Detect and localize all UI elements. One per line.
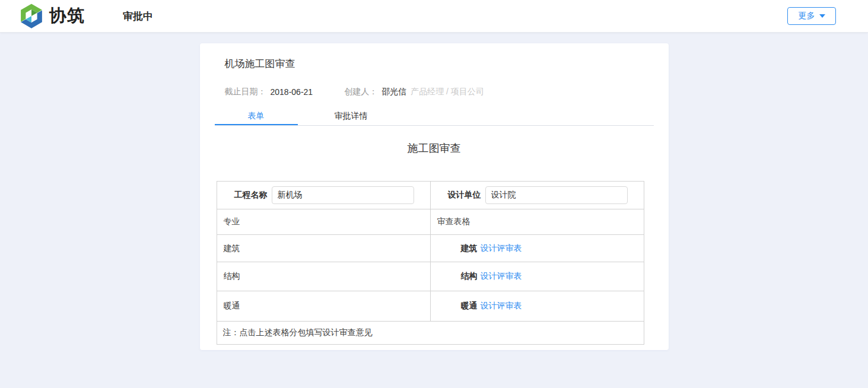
more-button-label: 更多 <box>799 11 815 21</box>
project-name-label: 工程名称 <box>234 190 268 201</box>
main-content: 机场施工图审查 截止日期： 2018-06-21 创建人： 邵光信 产品经理 /… <box>0 33 868 388</box>
page-title: 审批中 <box>123 9 153 23</box>
table-row-hvac: 暖通 暖通设计评审表 <box>217 291 644 322</box>
design-review-link[interactable]: 设计评审表 <box>481 243 522 253</box>
project-name-input[interactable] <box>272 186 414 204</box>
creator-label: 创建人： <box>344 87 377 97</box>
approval-title: 机场施工图审查 <box>200 43 669 70</box>
design-review-link[interactable]: 设计评审表 <box>481 301 522 310</box>
review-table: 工程名称 设计单位 专业 审查表格 建筑 建筑设计评审表 <box>217 181 644 345</box>
table-header-row: 专业 审查表格 <box>217 209 644 235</box>
column-header-review-form: 审查表格 <box>430 209 644 235</box>
deadline-label: 截止日期： <box>225 87 266 97</box>
project-name-field: 工程名称 <box>217 186 430 204</box>
approval-card: 机场施工图审查 截止日期： 2018-06-21 创建人： 邵光信 产品经理 /… <box>200 43 669 350</box>
approval-meta: 截止日期： 2018-06-21 创建人： 邵光信 产品经理 / 项目公司 <box>225 86 669 98</box>
brand-name: 协筑 <box>49 4 85 28</box>
form-name: 建筑 <box>461 243 478 253</box>
form-name: 结构 <box>461 271 478 281</box>
form-title: 施工图审查 <box>200 141 669 156</box>
table-row-structure: 结构 结构设计评审表 <box>217 262 644 291</box>
brand-logo-icon <box>18 3 45 29</box>
creator-role: 产品经理 / 项目公司 <box>411 87 484 97</box>
design-review-link[interactable]: 设计评审表 <box>481 271 522 281</box>
app-header: 协筑 审批中 更多 <box>0 0 868 33</box>
tab-bar: 表单 审批详情 <box>215 107 654 126</box>
design-unit-field: 设计单位 <box>431 186 644 204</box>
brand: 协筑 <box>18 3 85 29</box>
creator-name: 邵光信 <box>381 87 406 97</box>
table-note-row: 注：点击上述表格分包填写设计审查意见 <box>217 322 644 345</box>
design-unit-input[interactable] <box>485 186 628 204</box>
note-text: 注：点击上述表格分包填写设计审查意见 <box>217 322 644 345</box>
form-name: 暖通 <box>461 301 478 310</box>
table-row-architecture: 建筑 建筑设计评审表 <box>217 235 644 262</box>
column-header-specialty: 专业 <box>217 209 430 235</box>
design-unit-label: 设计单位 <box>448 190 481 201</box>
specialty-cell: 结构 <box>217 262 430 291</box>
tab-form[interactable]: 表单 <box>215 107 298 125</box>
specialty-cell: 暖通 <box>217 291 430 322</box>
caret-down-icon <box>819 14 825 18</box>
specialty-cell: 建筑 <box>217 235 430 262</box>
table-row-fields: 工程名称 设计单位 <box>217 182 644 209</box>
more-button[interactable]: 更多 <box>787 7 836 25</box>
tab-approval-detail[interactable]: 审批详情 <box>310 107 393 125</box>
deadline-value: 2018-06-21 <box>271 87 313 97</box>
